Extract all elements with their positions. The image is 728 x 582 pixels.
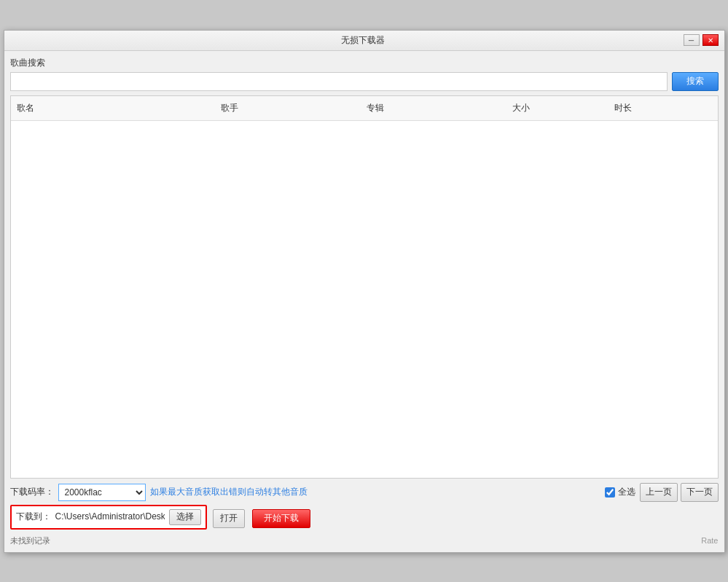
col-header-album: 专辑 (361, 99, 506, 117)
search-button[interactable]: 搜索 (672, 72, 719, 91)
quality-hint: 如果最大音质获取出错则自动转其他音质 (150, 486, 600, 498)
bitrate-select[interactable]: 2000kflac 1000kflac 320kmp3 128kmp3 (58, 484, 146, 501)
search-section: 歌曲搜索 搜索 (10, 57, 719, 91)
download-path-row: 下载到： 选择 打开 开始下载 (10, 505, 719, 532)
download-path-input[interactable] (55, 509, 165, 525)
pagination-area: 上一页 下一页 (640, 483, 719, 502)
content-area: 歌曲搜索 搜索 歌名 歌手 专辑 大小 时长 下载码率： 2000kflac 1 (4, 51, 724, 552)
results-table: 歌名 歌手 专辑 大小 时长 (10, 95, 719, 479)
select-all-label: 全选 (618, 486, 635, 498)
download-label: 下载到： (16, 511, 51, 523)
bottom-controls: 下载码率： 2000kflac 1000kflac 320kmp3 128kmp… (10, 483, 719, 502)
col-header-artist: 歌手 (215, 99, 361, 117)
col-header-name: 歌名 (11, 99, 215, 117)
titlebar: 无损下载器 ─ ✕ (4, 31, 724, 51)
select-all-checkbox[interactable] (605, 487, 615, 498)
bitrate-label: 下载码率： (10, 486, 54, 498)
start-download-button[interactable]: 开始下载 (252, 509, 310, 528)
col-header-size: 大小 (506, 99, 608, 117)
download-row: 下载到： 选择 (10, 505, 207, 530)
titlebar-buttons: ─ ✕ (684, 34, 719, 46)
rate-area: Rate (701, 536, 718, 545)
select-all-row: 全选 (605, 486, 635, 498)
next-page-button[interactable]: 下一页 (681, 483, 719, 502)
minimize-button[interactable]: ─ (684, 34, 700, 46)
window-title: 无损下载器 (42, 34, 684, 47)
status-text: 未找到记录 (10, 535, 50, 546)
table-body (11, 121, 718, 478)
status-row: 未找到记录 Rate (10, 535, 719, 546)
search-input[interactable] (10, 72, 668, 91)
search-row: 搜索 (10, 72, 719, 91)
table-header: 歌名 歌手 专辑 大小 时长 (11, 96, 718, 121)
prev-page-button[interactable]: 上一页 (640, 483, 678, 502)
search-section-label: 歌曲搜索 (10, 57, 719, 69)
pagination-buttons: 上一页 下一页 (640, 483, 719, 502)
main-window: 无损下载器 ─ ✕ 歌曲搜索 搜索 歌名 歌手 专辑 大小 时长 (4, 30, 725, 553)
choose-button[interactable]: 选择 (169, 509, 201, 525)
col-header-duration: 时长 (608, 99, 718, 117)
close-button[interactable]: ✕ (702, 34, 719, 46)
open-button[interactable]: 打开 (213, 509, 245, 528)
